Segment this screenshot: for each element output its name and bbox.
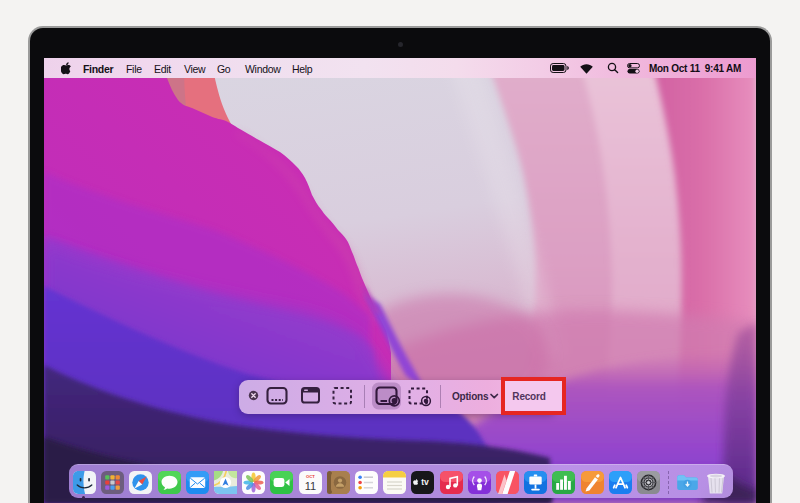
svg-text:OCT: OCT bbox=[306, 474, 315, 479]
svg-text:11: 11 bbox=[304, 480, 315, 492]
svg-text:tv: tv bbox=[422, 477, 430, 487]
